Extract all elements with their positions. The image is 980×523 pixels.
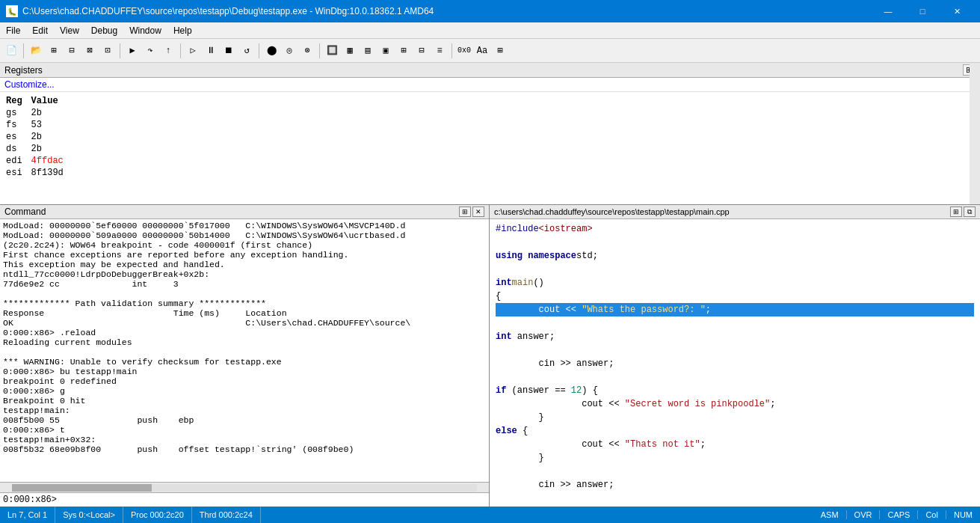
reg-val: 8f139d	[31, 167, 73, 179]
minimize-button[interactable]: —	[871, 0, 905, 22]
status-sys: Sys 0:<Local>	[55, 507, 123, 523]
toolbar-step-out[interactable]: ↑	[160, 43, 176, 59]
toolbar-step-over[interactable]: ↷	[142, 43, 158, 59]
toolbar-grid[interactable]: ⊞	[492, 43, 508, 59]
command-close-btn[interactable]: ✕	[472, 207, 484, 217]
src-line-16: else {	[496, 424, 974, 438]
toolbar-bp3[interactable]: ⊗	[299, 43, 315, 59]
src-text: int	[496, 276, 512, 290]
status-asm: ASM	[813, 510, 847, 519]
src-line-11: cin >> answer;	[496, 357, 974, 370]
toolbar-bp2[interactable]: ◎	[281, 43, 298, 59]
maximize-button[interactable]: □	[905, 0, 940, 22]
status-ln: Ln 7, Col 1	[0, 507, 55, 523]
status-bar: Ln 7, Col 1 Sys 0:<Local> Proc 000:2c20 …	[0, 507, 980, 523]
reg-header-row: Reg Value	[6, 95, 73, 107]
source-close-btn[interactable]: ⧉	[964, 207, 976, 217]
h-scroll-thumb[interactable]	[12, 484, 152, 492]
customize-link[interactable]: Customize...	[0, 78, 980, 92]
col-reg: Reg	[6, 95, 31, 107]
command-output: ModLoad: 00000000`5ef60000 00000000`5f01…	[0, 219, 489, 482]
command-hscrollbar[interactable]	[0, 482, 489, 492]
command-prompt: 0:000:x86>	[3, 495, 57, 505]
toolbar-restart[interactable]: ↺	[238, 43, 255, 59]
toolbar-step[interactable]: ▶	[124, 43, 141, 59]
window-title: C:\Users\chad.CHADDUFFEY\source\repos\te…	[22, 6, 871, 16]
src-line-22: return 0;	[496, 505, 974, 507]
reg-val: 2b	[31, 143, 73, 155]
menu-help[interactable]: Help	[167, 24, 198, 37]
table-row: edi4ffdac	[6, 155, 73, 167]
toolbar-btn5[interactable]: ⊡	[99, 43, 116, 59]
title-bar: 🐛 C:\Users\chad.CHADDUFFEY\source\repos\…	[0, 0, 980, 22]
status-caps: CAPS	[880, 510, 918, 519]
src-line-4	[496, 263, 974, 276]
src-line-13: if (answer == 12) {	[496, 384, 974, 397]
menu-file[interactable]: File	[0, 24, 26, 37]
command-header: Command ⊞ ✕	[0, 205, 489, 219]
src-line-12	[496, 370, 974, 384]
window-controls: — □ ✕	[871, 0, 974, 22]
registers-scrollbar[interactable]	[970, 63, 980, 204]
reg-val: 53	[31, 119, 73, 131]
col-value: Value	[31, 95, 73, 107]
panel-controls: ⊞ ✕	[459, 207, 484, 217]
app-icon: 🐛	[6, 5, 18, 17]
status-proc: Proc 000:2c20	[123, 507, 192, 523]
src-line-3: using namespace std;	[496, 249, 974, 263]
registers-header: Registers ⊞	[0, 63, 980, 78]
toolbar-bp[interactable]: ⬤	[263, 43, 280, 59]
status-right: ASM OVR CAPS Col NUM	[813, 510, 980, 519]
toolbar-sep-4	[259, 43, 259, 58]
src-text: using namespace	[496, 249, 576, 263]
src-line-17: cout << "Thats not it";	[496, 438, 974, 451]
command-input-row: 0:000:x86>	[0, 492, 489, 507]
toolbar-sep-5	[319, 43, 320, 58]
toolbar-hex[interactable]: 0x0	[456, 43, 472, 59]
toolbar-mem3[interactable]: ▤	[360, 43, 376, 59]
toolbar-sep-6	[452, 43, 452, 58]
command-input[interactable]	[57, 495, 486, 505]
toolbar-open[interactable]: 📂	[28, 43, 44, 59]
reg-name: es	[6, 131, 31, 143]
source-path: c:\users\chad.chadduffey\source\repos\te…	[494, 207, 730, 216]
src-line-1: #include <iostream>	[496, 222, 974, 236]
toolbar-stop[interactable]: ⏹	[221, 43, 237, 59]
menu-bar: File Edit View Debug Window Help	[0, 22, 980, 39]
src-line-8	[496, 316, 974, 330]
toolbar-new[interactable]: 📄	[3, 43, 19, 59]
source-btn-1[interactable]: ⊞	[950, 207, 962, 217]
close-button[interactable]: ✕	[940, 0, 974, 22]
toolbar-btn2[interactable]: ⊞	[46, 43, 62, 59]
toolbar-mem6[interactable]: ⊟	[413, 43, 430, 59]
menu-debug[interactable]: Debug	[85, 24, 123, 37]
toolbar-sep-3	[180, 43, 181, 58]
src-line-15: }	[496, 411, 974, 424]
toolbar-mem2[interactable]: ▦	[342, 43, 358, 59]
h-scroll-track[interactable]	[12, 484, 477, 492]
toolbar-btn4[interactable]: ⊠	[81, 43, 98, 59]
toolbar-mem4[interactable]: ▣	[377, 43, 394, 59]
menu-edit[interactable]: Edit	[26, 24, 54, 37]
toolbar-mem[interactable]: 🔲	[324, 43, 340, 59]
menu-window[interactable]: Window	[123, 24, 167, 37]
table-row: esi8f139d	[6, 167, 73, 179]
command-title: Command	[4, 207, 46, 217]
toolbar-aa[interactable]: Aa	[474, 43, 490, 59]
src-line-21	[496, 492, 974, 505]
command-btn-1[interactable]: ⊞	[459, 207, 471, 217]
status-num: NUM	[946, 510, 980, 519]
toolbar-pause[interactable]: ⏸	[203, 43, 219, 59]
src-line-10	[496, 343, 974, 357]
src-line-20: cin >> answer;	[496, 478, 974, 492]
toolbar-run[interactable]: ▷	[185, 43, 201, 59]
toolbar-mem7[interactable]: ≡	[431, 43, 448, 59]
reg-name: fs	[6, 119, 31, 131]
toolbar-mem5[interactable]: ⊞	[395, 43, 412, 59]
menu-view[interactable]: View	[54, 24, 85, 37]
src-line-9: int answer;	[496, 330, 974, 343]
table-row: gs2b	[6, 107, 73, 119]
toolbar-btn3[interactable]: ⊟	[64, 43, 80, 59]
registers-title: Registers	[4, 65, 43, 76]
status-thrd: Thrd 000:2c24	[192, 507, 261, 523]
